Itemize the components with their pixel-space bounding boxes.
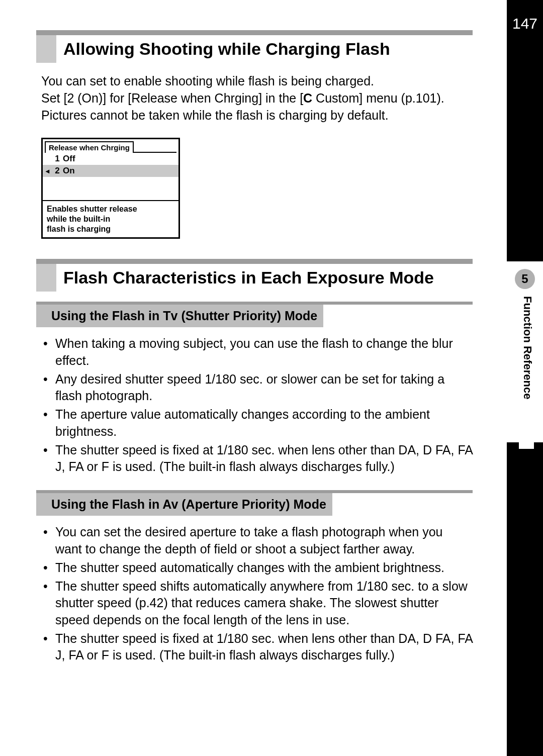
menu-option-2-arrow-icon: ◂ (46, 167, 52, 175)
menu-spacer (43, 177, 178, 200)
menu-screenshot: Release when Chrging 1 Off ◂ 2 On Enable… (41, 138, 180, 239)
page-content: Allowing Shooting while Charging Flash Y… (36, 0, 473, 679)
list-item: The shutter speed shifts automatically a… (41, 578, 473, 628)
menu-description: Enables shutter release while the built-… (43, 200, 178, 237)
subheading-av-title: Using the Flash in Av (Aperture Priority… (45, 493, 332, 516)
heading-side-chip (36, 264, 56, 292)
list-item: When taking a moving subject, you can us… (41, 335, 473, 369)
chapter-number-badge: 5 (515, 269, 535, 289)
list-item: The shutter speed is fixed at 1/180 sec.… (41, 630, 473, 664)
section-2-title: Flash Characteristics in Each Exposure M… (56, 264, 434, 292)
custom-menu-icon: C (303, 91, 312, 105)
menu-options: 1 Off ◂ 2 On (43, 153, 178, 200)
menu-desc-line-1: Enables shutter release (47, 205, 137, 213)
sub-tv-pre: Using the Flash in (51, 309, 163, 323)
list-item: Any desired shutter speed 1/180 sec. or … (41, 371, 473, 405)
menu-desc-line-3: flash is charging (47, 225, 111, 233)
section-1-paragraph: You can set to enable shooting while fla… (41, 73, 468, 124)
sub-tv-post: (Shutter Priority) Mode (177, 309, 317, 323)
section-heading-2: Flash Characteristics in Each Exposure M… (36, 259, 473, 292)
heading-side-chip (36, 35, 56, 63)
tv-bullet-list: When taking a moving subject, you can us… (41, 335, 473, 475)
menu-tab-row: Release when Chrging (43, 139, 178, 153)
menu-tab-underline (134, 152, 176, 153)
para-line-2b: Custom] menu (p.101). (312, 91, 444, 105)
subheading-side-chip (36, 305, 45, 327)
menu-tab-title: Release when Chrging (45, 141, 134, 153)
menu-option-2-num: 2 (52, 166, 63, 176)
page-number: 147 (507, 15, 543, 32)
menu-option-1-num: 1 (52, 154, 63, 164)
list-item: You can set the desired aperture to take… (41, 524, 473, 557)
para-line-3: Pictures cannot be taken while the flash… (41, 108, 389, 122)
para-line-1: You can set to enable shooting while fla… (41, 74, 374, 88)
subheading-tv: Using the Flash in Tv (Shutter Priority)… (36, 302, 473, 327)
menu-option-2-label: On (63, 166, 75, 176)
menu-option-1: 1 Off (43, 153, 178, 165)
tv-mode-symbol: Tv (163, 309, 177, 323)
chapter-label: Function Reference (519, 294, 534, 449)
menu-option-2-selected: ◂ 2 On (43, 165, 178, 177)
section-heading-1: Allowing Shooting while Charging Flash (36, 30, 473, 63)
list-item: The shutter speed automatically changes … (41, 559, 473, 576)
subheading-side-chip (36, 493, 45, 516)
menu-option-1-label: Off (63, 154, 75, 164)
section-1-title: Allowing Shooting while Charging Flash (56, 35, 390, 63)
subheading-tv-title: Using the Flash in Tv (Shutter Priority)… (45, 305, 323, 327)
heading-top-bar (36, 30, 473, 35)
av-bullet-list: You can set the desired aperture to take… (41, 524, 473, 664)
para-line-2a: Set [2 (On)] for [Release when Chrging] … (41, 91, 303, 105)
subheading-av: Using the Flash in Av (Aperture Priority… (36, 490, 473, 516)
menu-desc-line-2: while the built-in (47, 215, 110, 223)
list-item: The shutter speed is fixed at 1/180 sec.… (41, 442, 473, 476)
list-item: The aperture value automatically changes… (41, 406, 473, 440)
heading-top-bar (36, 259, 473, 264)
